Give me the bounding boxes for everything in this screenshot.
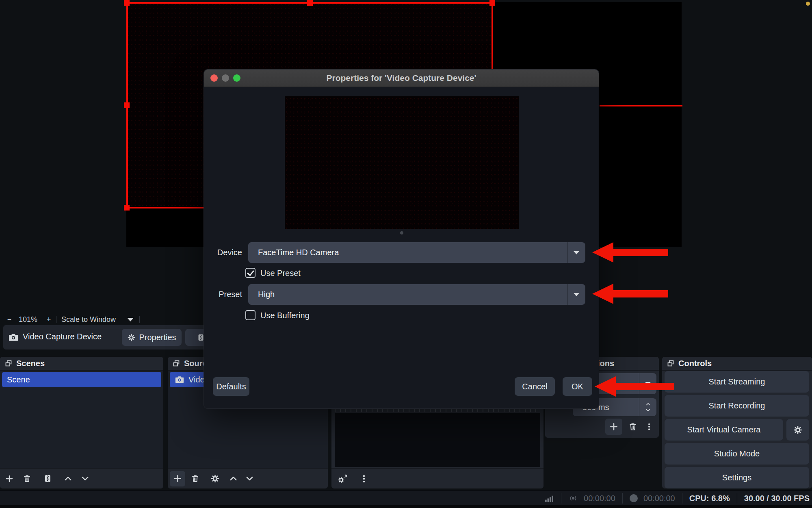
- divider: [622, 493, 623, 504]
- scenes-panel: Scenes Scene: [0, 357, 163, 488]
- properties-button-label: Properties: [139, 333, 176, 342]
- dock-icon: [4, 359, 13, 367]
- chevron-down-icon: [574, 293, 579, 296]
- selection-handle-top-center[interactable]: [307, 0, 313, 6]
- selection-handle-mid-left[interactable]: [124, 102, 130, 108]
- arrow-head: [592, 284, 613, 304]
- device-select[interactable]: FaceTime HD Camera: [248, 242, 585, 263]
- use-preset-label: Use Preset: [260, 269, 301, 278]
- dock-icon: [667, 359, 675, 367]
- corner-indicator-dot: [806, 2, 810, 6]
- divider: [139, 316, 140, 323]
- controls-panel: Controls Start Streaming Start Recording…: [662, 357, 812, 488]
- fps-readout: 30.00 / 30.00 FPS: [744, 494, 810, 503]
- preview-resize-grip[interactable]: [400, 231, 403, 234]
- arrow-tail: [613, 290, 668, 297]
- zoom-in-button[interactable]: +: [41, 315, 56, 324]
- dock-icon: [172, 359, 180, 367]
- mixer-menu-button[interactable]: [359, 474, 368, 483]
- camera-icon: [8, 332, 19, 343]
- move-source-up-button[interactable]: [229, 474, 238, 483]
- device-label: Device: [212, 248, 242, 257]
- remove-source-button[interactable]: [191, 474, 200, 483]
- selection-handle-bottom-left[interactable]: [124, 205, 130, 211]
- bottom-strip: [0, 505, 812, 508]
- record-icon: [630, 494, 638, 502]
- preset-label: Preset: [212, 290, 242, 299]
- properties-button[interactable]: Properties: [122, 329, 182, 346]
- dialog-camera-preview: [285, 96, 519, 229]
- arrow-tail: [613, 249, 668, 256]
- arrow-tail: [615, 383, 674, 390]
- dialog-title: Properties for 'Video Capture Device': [204, 69, 599, 87]
- status-bar: 00:00:00 00:00:00 CPU: 6.8% 30.00 / 30.0…: [0, 491, 812, 506]
- virtual-camera-settings-button[interactable]: [786, 419, 809, 441]
- spin-down-icon[interactable]: [645, 408, 652, 413]
- scale-mode-select[interactable]: Scale to Window: [56, 315, 121, 324]
- settings-button[interactable]: Settings: [665, 467, 809, 488]
- scene-filters-button[interactable]: [43, 474, 52, 483]
- move-scene-down-button[interactable]: [80, 474, 90, 483]
- remove-transition-button[interactable]: [628, 422, 638, 432]
- move-source-down-button[interactable]: [245, 474, 254, 483]
- controls-panel-title: Controls: [678, 359, 712, 368]
- scenes-panel-title: Scenes: [16, 359, 45, 368]
- advanced-audio-button[interactable]: [338, 474, 349, 484]
- add-scene-button[interactable]: [5, 474, 14, 483]
- cancel-button[interactable]: Cancel: [515, 377, 555, 396]
- defaults-button[interactable]: Defaults: [213, 377, 249, 396]
- signal-bars-icon: [544, 493, 554, 504]
- zoom-toolbar: − 101% + Scale to Window: [4, 314, 140, 325]
- start-streaming-button[interactable]: Start Streaming: [665, 371, 809, 393]
- stream-timecode: 00:00:00: [584, 494, 615, 503]
- start-virtual-camera-button[interactable]: Start Virtual Camera: [665, 419, 783, 441]
- zoom-level: 101%: [15, 315, 41, 324]
- chevron-down-icon[interactable]: [127, 318, 134, 321]
- arrow-head: [595, 376, 616, 397]
- add-source-button[interactable]: [170, 471, 185, 486]
- mixer-db-scale: [335, 408, 540, 412]
- scene-list-item[interactable]: Scene: [2, 372, 161, 387]
- properties-dialog: Properties for 'Video Capture Device' De…: [204, 69, 599, 409]
- scene-name: Scene: [7, 375, 30, 384]
- source-properties-button[interactable]: [210, 474, 220, 483]
- divider: [682, 493, 682, 504]
- selected-source-name: Video Capture Device: [23, 332, 102, 341]
- preset-select[interactable]: High: [248, 284, 585, 305]
- mixer-meter-area: [335, 413, 540, 467]
- selection-handle-top-right[interactable]: [489, 0, 495, 6]
- plus-icon: [173, 474, 182, 483]
- zoom-out-button[interactable]: −: [4, 315, 15, 324]
- gear-icon: [793, 425, 803, 435]
- preset-value: High: [258, 290, 275, 299]
- cpu-usage: CPU: 6.8%: [689, 494, 730, 503]
- divider: [561, 493, 561, 504]
- add-transition-button[interactable]: [605, 419, 622, 435]
- remove-scene-button[interactable]: [22, 474, 32, 483]
- device-value: FaceTime HD Camera: [258, 248, 339, 257]
- dialog-titlebar[interactable]: Properties for 'Video Capture Device': [204, 69, 599, 87]
- ok-button[interactable]: OK: [563, 377, 592, 396]
- transition-menu-button[interactable]: [645, 422, 653, 431]
- broadcast-icon: [568, 493, 578, 503]
- studio-mode-button[interactable]: Studio Mode: [665, 443, 809, 465]
- move-scene-up-button[interactable]: [63, 474, 73, 483]
- spin-up-icon[interactable]: [645, 402, 652, 407]
- selection-handle-top-left[interactable]: [124, 0, 130, 6]
- start-recording-button[interactable]: Start Recording: [665, 395, 809, 417]
- plus-icon: [609, 422, 619, 432]
- record-timecode: 00:00:00: [643, 494, 675, 503]
- camera-icon: [175, 375, 184, 384]
- selection-edge-secondary[interactable]: [600, 105, 682, 106]
- use-buffering-label: Use Buffering: [260, 311, 310, 320]
- chevron-down-icon: [574, 251, 579, 254]
- use-preset-checkbox[interactable]: [245, 268, 256, 278]
- gear-icon: [127, 333, 136, 342]
- divider: [737, 493, 737, 504]
- arrow-head: [592, 242, 613, 263]
- obs-main-window: − 101% + Scale to Window Video Capture D…: [0, 0, 812, 508]
- use-buffering-checkbox[interactable]: [245, 310, 256, 320]
